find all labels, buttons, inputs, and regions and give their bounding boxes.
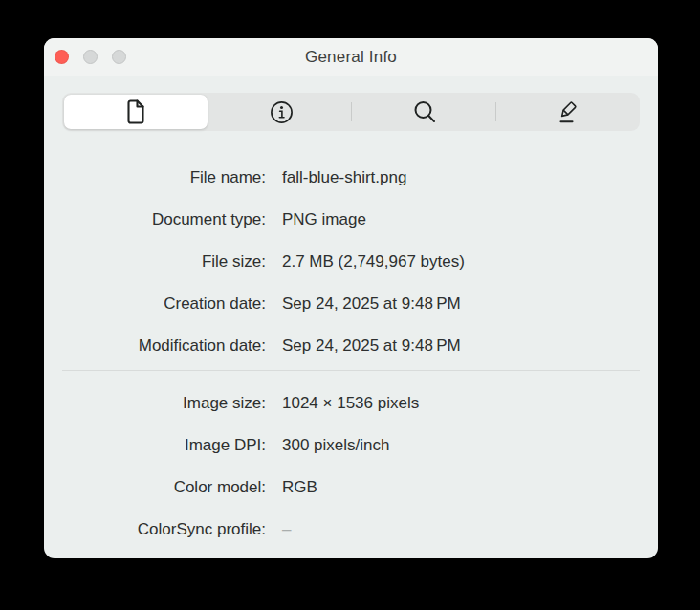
row-label: Creation date: [44, 294, 266, 314]
traffic-lights [55, 38, 126, 76]
row-label: File size: [44, 252, 266, 272]
section-divider [62, 370, 640, 371]
segment-divider [351, 102, 352, 121]
row-value: PNG image [282, 210, 366, 229]
row-label: Image DPI: [44, 436, 266, 455]
row-label: Color model: [44, 478, 266, 497]
row-label: Image size: [44, 394, 266, 413]
file-info-panel: File name: fall-blue-shirt.png Document … [44, 157, 658, 551]
modification-date-row: Modification date: Sep 24, 2025 at 9:48 … [44, 325, 658, 367]
document-icon [124, 98, 147, 125]
info-icon [269, 99, 295, 125]
row-label: Document type: [44, 210, 266, 229]
more-info-tab[interactable] [209, 93, 353, 131]
titlebar[interactable]: General Info [44, 38, 658, 76]
close-button[interactable] [55, 50, 69, 64]
general-info-tab[interactable] [64, 95, 208, 129]
segment-divider [495, 102, 496, 121]
row-value: 1024 × 1536 pixels [282, 394, 419, 413]
keywords-tab[interactable] [353, 93, 496, 131]
image-size-row: Image size: 1024 × 1536 pixels [44, 382, 658, 425]
image-dpi-row: Image DPI: 300 pixels/inch [44, 425, 658, 467]
annotations-tab[interactable] [496, 93, 640, 131]
color-model-row: Color model: RGB [44, 467, 658, 509]
row-label: Modification date: [44, 337, 266, 356]
row-value: fall-blue-shirt.png [282, 168, 406, 187]
window-title: General Info [305, 48, 397, 67]
row-value: Sep 24, 2025 at 9:48 PM [282, 294, 461, 314]
zoom-button[interactable] [112, 50, 126, 64]
minimize-button[interactable] [83, 50, 98, 64]
row-label: File name: [44, 168, 266, 187]
general-info-window: General Info [44, 38, 658, 558]
colorsync-profile-row: ColorSync profile: – [44, 509, 658, 551]
row-value: Sep 24, 2025 at 9:48 PM [282, 337, 461, 356]
row-value: RGB [282, 478, 317, 497]
file-name-row: File name: fall-blue-shirt.png [44, 157, 658, 199]
row-value: 2.7 MB (2,749,967 bytes) [282, 252, 465, 272]
creation-date-row: Creation date: Sep 24, 2025 at 9:48 PM [44, 283, 658, 325]
pencil-icon [556, 99, 581, 125]
row-value: 300 pixels/inch [282, 436, 389, 455]
inspector-tab-bar [62, 93, 640, 131]
row-label: ColorSync profile: [44, 520, 266, 539]
document-type-row: Document type: PNG image [44, 199, 658, 241]
row-value: – [282, 520, 291, 539]
search-icon [412, 99, 438, 125]
file-size-row: File size: 2.7 MB (2,749,967 bytes) [44, 241, 658, 283]
